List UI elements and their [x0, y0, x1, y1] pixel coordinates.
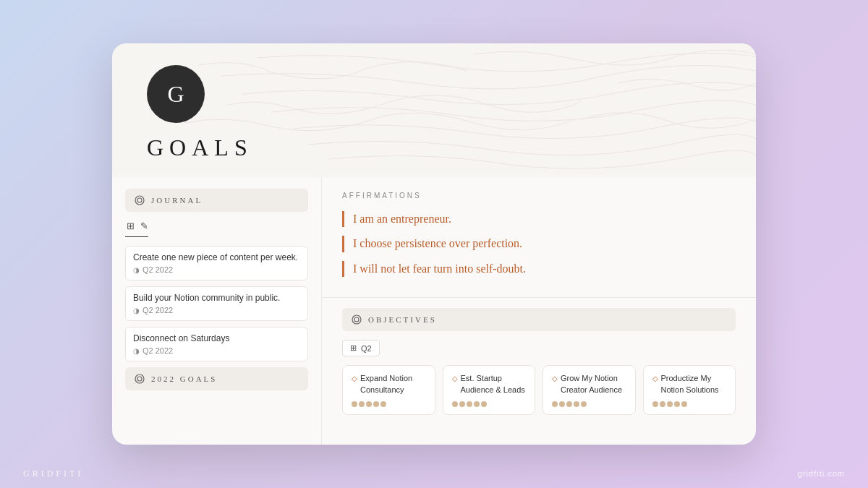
goal-item-1[interactable]: Create one new piece of content per week…	[125, 246, 308, 281]
goals-2022-header[interactable]: 2022 GOALS	[125, 367, 308, 390]
toolbar: ⊞ ✎	[125, 221, 148, 237]
card-header: G GOALS	[112, 43, 756, 177]
objectives-label: OBJECTIVES	[368, 315, 437, 324]
goal-item-3[interactable]: Disconnect on Saturdays ◑ Q2 2022	[125, 327, 308, 361]
goal-date-3: ◑ Q2 2022	[133, 346, 300, 355]
table-icon-small: ⊞	[350, 343, 357, 353]
left-panel: JOURNAL ⊞ ✎ Create one new piece of cont…	[112, 177, 322, 445]
journal-label: JOURNAL	[151, 196, 203, 205]
objectives-icon	[351, 314, 362, 325]
goal-text-3: Disconnect on Saturdays	[133, 333, 300, 343]
goals-2022-label: 2022 GOALS	[151, 374, 217, 383]
moon-icon-2: ◑	[133, 307, 140, 314]
avatar: G	[147, 65, 205, 123]
svg-point-0	[135, 196, 144, 205]
affirmation-1: I am an entrepreneur.	[342, 211, 736, 227]
svg-point-2	[135, 374, 144, 383]
card-body: JOURNAL ⊞ ✎ Create one new piece of cont…	[112, 177, 756, 445]
affirmations-section: AFFIRMATIONS I am an entrepreneur. I cho…	[322, 177, 756, 298]
moon-icon-1: ◑	[133, 266, 140, 274]
objective-card-1[interactable]: ◇ Expand Notion Consultancy	[342, 365, 435, 415]
goal-date-1: ◑ Q2 2022	[133, 265, 300, 274]
diamond-icon-4: ◇	[652, 374, 658, 384]
page-title: GOALS	[147, 134, 253, 161]
affirmations-label: AFFIRMATIONS	[342, 192, 736, 200]
svg-point-5	[354, 317, 359, 322]
affirmation-2: I choose persistence over perfection.	[342, 236, 736, 252]
diamond-icon-1: ◇	[352, 374, 357, 384]
brand-name: GRIDFITI	[23, 468, 83, 479]
obj-card-title-3: ◇ Grow My Notion Creator Audience	[552, 373, 626, 395]
goal-text-2: Build your Notion community in public.	[133, 293, 300, 303]
q2-tab[interactable]: ⊞ Q2	[342, 340, 380, 356]
goal-item-2[interactable]: Build your Notion community in public. ◑…	[125, 286, 308, 321]
objective-cards: ◇ Expand Notion Consultancy ◇ Est. Start…	[342, 365, 736, 415]
obj-stars-1	[352, 401, 426, 407]
objectives-section: OBJECTIVES ⊞ Q2 ◇ Expand Notion Consulta…	[322, 298, 756, 445]
right-panel: AFFIRMATIONS I am an entrepreneur. I cho…	[322, 177, 756, 445]
main-card: G GOALS JOURNAL ⊞ ✎ Create one new piec	[112, 43, 756, 445]
obj-stars-4	[652, 401, 727, 407]
goal-date-2: ◑ Q2 2022	[133, 306, 300, 314]
edit-icon[interactable]: ✎	[140, 221, 148, 232]
obj-card-title-1: ◇ Expand Notion Consultancy	[352, 373, 426, 395]
brand-url: gridfiti.com	[798, 469, 845, 478]
objective-card-4[interactable]: ◇ Productize My Notion Solutions	[643, 365, 736, 415]
svg-point-4	[352, 315, 361, 324]
obj-stars-3	[552, 401, 626, 407]
obj-card-title-4: ◇ Productize My Notion Solutions	[652, 373, 727, 395]
goals-2022-icon	[134, 373, 145, 385]
journal-section-header[interactable]: JOURNAL	[125, 189, 308, 212]
goal-text-1: Create one new piece of content per week…	[133, 252, 300, 262]
objectives-header[interactable]: OBJECTIVES	[342, 308, 736, 331]
affirmation-3: I will not let fear turn into self-doubt…	[342, 261, 736, 277]
table-icon[interactable]: ⊞	[127, 221, 135, 232]
objective-card-3[interactable]: ◇ Grow My Notion Creator Audience	[542, 365, 636, 415]
obj-card-title-2: ◇ Est. Startup Audience & Leads	[452, 373, 527, 395]
journal-icon	[134, 194, 145, 206]
diamond-icon-2: ◇	[452, 374, 458, 384]
footer: GRIDFITI gridfiti.com	[0, 459, 868, 488]
diamond-icon-3: ◇	[552, 374, 558, 384]
moon-icon-3: ◑	[133, 347, 140, 355]
svg-point-1	[137, 198, 142, 202]
quarter-label: Q2	[361, 344, 372, 353]
objective-card-2[interactable]: ◇ Est. Startup Audience & Leads	[443, 365, 536, 415]
obj-stars-2	[452, 401, 527, 407]
svg-point-3	[137, 377, 142, 381]
